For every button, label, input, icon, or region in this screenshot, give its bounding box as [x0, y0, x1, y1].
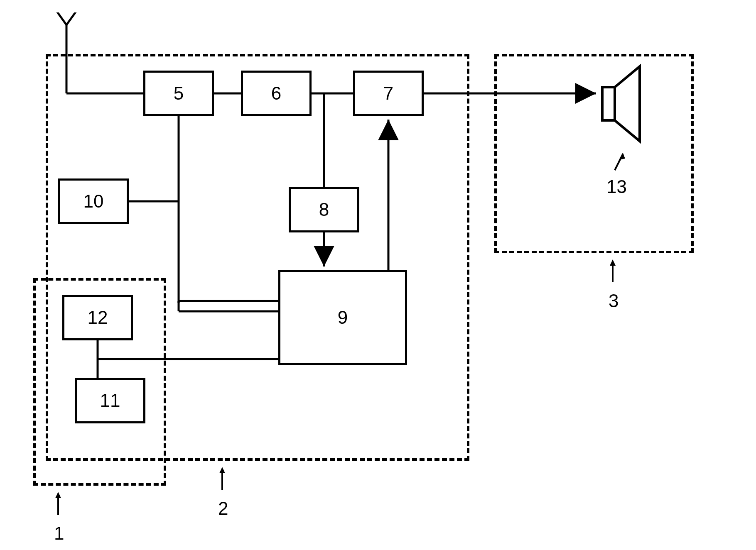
block-11-label: 11 [100, 390, 120, 411]
block-6-label: 6 [271, 83, 281, 104]
block-10-label: 10 [83, 191, 104, 212]
label-1: 1 [54, 523, 64, 544]
pointer-3 [610, 259, 616, 282]
region-3 [494, 54, 694, 253]
block-5-label: 5 [174, 83, 184, 104]
block-6: 6 [241, 71, 312, 116]
block-12: 12 [62, 295, 133, 340]
pointer-2 [219, 467, 225, 490]
block-11: 11 [75, 378, 145, 423]
block-5: 5 [143, 71, 214, 116]
block-diagram: 5 6 7 8 9 10 12 11 [33, 12, 723, 535]
label-3: 3 [609, 291, 619, 311]
block-7-label: 7 [383, 83, 393, 104]
block-12-label: 12 [88, 307, 108, 328]
block-9: 9 [278, 270, 407, 365]
block-10: 10 [58, 178, 129, 224]
block-9-label: 9 [338, 307, 348, 328]
pointer-1 [55, 492, 61, 515]
label-13: 13 [606, 176, 627, 197]
block-7: 7 [353, 71, 424, 116]
block-8: 8 [289, 187, 359, 232]
label-2: 2 [218, 498, 228, 519]
block-8-label: 8 [319, 199, 329, 220]
